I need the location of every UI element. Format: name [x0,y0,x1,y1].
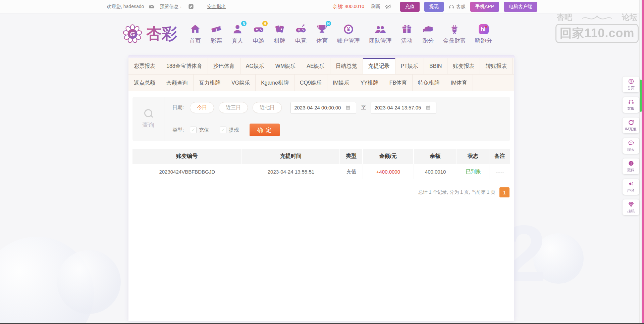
nav-item-cards[interactable]: 棋牌 [274,23,286,45]
tab-rijie-zonglan[interactable]: 日结总览 [330,58,363,74]
site-logo[interactable]: G 杏彩 [121,23,177,45]
welcome-text: 欢迎您, hadesado [107,4,144,10]
tab-wali-qipai[interactable]: 瓦力棋牌 [194,75,226,91]
magnifier-icon [143,109,153,119]
calendar-icon[interactable] [345,105,351,110]
page-scrollbar[interactable] [639,0,642,324]
mobile-app-button[interactable]: 手机APP [470,2,499,12]
sidebar-item-top[interactable]: 首页 [623,77,639,92]
tab-wm-yule[interactable]: WM娱乐 [270,58,301,74]
eye-slash-icon[interactable] [385,3,391,10]
pc-client-button[interactable]: 电脑客户端 [504,2,537,12]
nav-item-hipaofen[interactable]: hi 嗨跑分 [475,23,492,45]
tabs-row-2: 返点总额 余额查询 瓦力棋牌 VG娱乐 Kgame棋牌 CQ9娱乐 IM娱乐 Y… [128,75,514,91]
tab-shaba-tiyu[interactable]: 沙巴体育 [208,58,240,74]
tab-fb-tiyu[interactable]: FB体育 [384,75,413,91]
tab-kgame-qipai[interactable]: Kgame棋牌 [256,75,294,91]
nav-item-jinding[interactable]: 金鼎财富 [443,23,466,45]
back-to-top-icon [628,78,634,85]
withdraw-button[interactable]: 提现 [424,2,444,12]
tab-188jinbaobo-tiyu[interactable]: 188金宝博体育 [161,58,208,74]
headset-icon [628,99,634,105]
refresh-button[interactable]: 刷新 [371,4,380,10]
exclamation-circle-icon [628,160,634,167]
decor-ball [0,237,94,324]
tab-zhuanzhang-baobiao[interactable]: 转账报表 [480,58,513,74]
nav-item-sports[interactable]: N 体育 [316,23,328,45]
preset-today-button[interactable]: 今日 [190,102,214,113]
sidebar-item-sound[interactable]: 声音 [623,179,639,195]
sidebar-item-idle[interactable]: 挂机 [623,199,639,215]
query-filter-box: 查询 日期: 今日 近三日 近七日 至 类型: [132,97,510,141]
tab-vg-yule[interactable]: VG娱乐 [226,75,256,91]
date-label: 日期: [172,104,184,111]
nav-item-lottery[interactable]: 彩票 [210,23,222,45]
cell-time: 2023-04-24 13:55:51 [242,164,340,179]
customer-service-link[interactable]: 客服 [448,4,466,10]
checkbox-box[interactable]: ✓ [190,127,197,133]
calendar-icon[interactable] [425,105,431,110]
playing-cards-icon [274,23,286,35]
sidebar-item-service[interactable]: 客服 [623,97,639,113]
main-nav: 首页 彩票 N 真人 H 电游 棋牌 [189,23,492,45]
confirm-button[interactable]: 确 定 [250,124,280,136]
tab-fandian-zonge[interactable]: 返点总额 [128,75,161,91]
svg-text:G: G [130,31,135,38]
svg-text:hi: hi [481,27,485,32]
date-to-input[interactable] [371,102,436,114]
live-person-icon: N [231,23,244,35]
tab-bbin[interactable]: BBIN [424,58,447,74]
tab-temian-qipai[interactable]: 特免棋牌 [413,75,445,91]
tab-caipiao-baobiao[interactable]: 彩票报表 [128,58,161,74]
tab-chongti-jilu-active[interactable]: 充提记录 [363,58,395,74]
col-header-remark: 备注 [489,149,510,164]
balance-value: 400.0010 [345,4,364,9]
mail-icon[interactable] [149,3,155,10]
nav-item-home[interactable]: 首页 [189,23,201,45]
nav-item-egames[interactable]: H 电游 [253,23,265,45]
tab-yy-qipai[interactable]: YY棋牌 [355,75,384,91]
deposit-button[interactable]: 充值 [400,2,420,12]
nav-item-live[interactable]: N 真人 [231,23,244,45]
tab-ae-yule[interactable]: AE娱乐 [301,58,330,74]
speaker-icon [628,181,634,187]
gamepad-icon: H [253,23,265,35]
site-header: G 杏彩 首页 彩票 N 真人 H [0,13,644,54]
nav-item-esports[interactable]: 电竞 [295,23,307,45]
preset-3days-button[interactable]: 近三日 [219,102,248,113]
logout-link[interactable]: 安全退出 [207,4,226,10]
tab-zhangbian-baobiao[interactable]: 账变报表 [447,58,480,74]
date-from-input[interactable] [290,102,356,114]
tab-ag-yule[interactable]: AG娱乐 [240,58,270,74]
sidebar-item-im-recharge[interactable]: IM充值 [623,118,639,133]
col-header-amount: 金额/元 [363,149,414,164]
col-header-balance: 余额 [414,149,457,164]
balance-display: 余额:400.0010 [333,4,364,10]
sidebar-item-chat[interactable]: 聊天 [623,138,639,154]
table-header-row: 账变编号 充提时间 类型 金额/元 余额 状态 备注 [132,149,510,164]
floating-sidebar: 首页 客服 IM充值 聊天 疑问 声音 挂机 [623,77,639,215]
nav-item-account[interactable]: ¥ 账户管理 [337,23,360,45]
right-edge-stripe [642,0,644,324]
checkbox-box[interactable]: ✓ [220,127,226,133]
tab-yue-chaxun[interactable]: 余额查询 [161,75,194,91]
gift-icon [401,23,413,35]
checkbox-withdraw[interactable]: ✓ 提现 [220,127,239,133]
tab-pt-yule[interactable]: PT娱乐 [395,58,424,74]
rhino-icon [422,23,434,35]
tab-im-yule[interactable]: IM娱乐 [327,75,355,91]
edit-pencil-icon[interactable] [188,3,194,10]
tab-cq9-yule[interactable]: CQ9娱乐 [294,75,327,91]
yen-coin-icon: ¥ [342,23,355,35]
sidebar-item-question[interactable]: 疑问 [623,158,639,174]
cell-amount: +400.0000 [363,164,414,179]
nav-item-activity[interactable]: 活动 [401,23,413,45]
tab-im-tiyu[interactable]: IM体育 [445,75,473,91]
logo-text: 杏彩 [146,24,177,44]
page-1-button[interactable]: 1 [499,187,509,197]
preset-7days-button[interactable]: 近七日 [253,102,282,113]
nav-item-team[interactable]: 团队管理 [369,23,392,45]
home-icon [189,23,201,35]
nav-item-paofen[interactable]: 跑分 [422,23,434,45]
checkbox-deposit[interactable]: ✓ 充值 [190,127,209,133]
